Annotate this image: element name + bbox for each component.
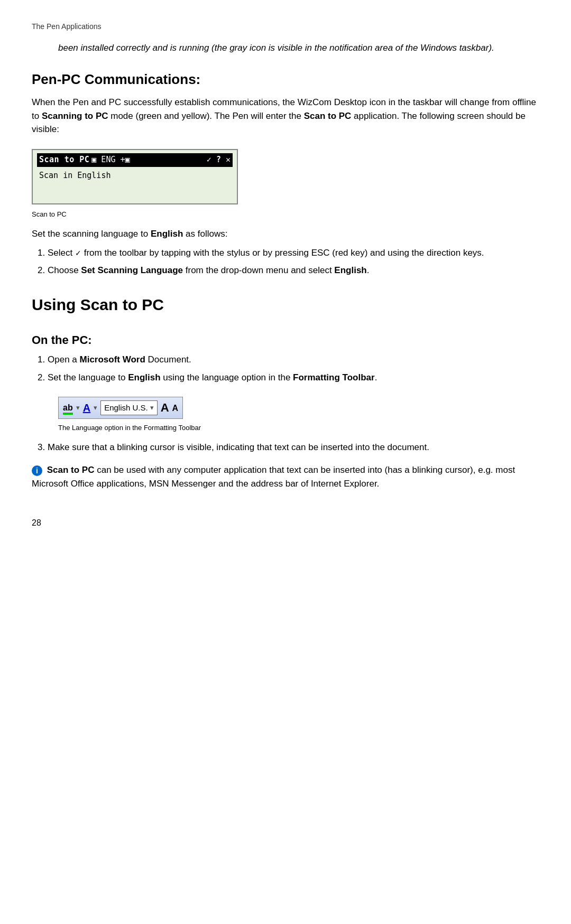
pen-screen: Scan to PC ▣ ENG +▣ ✓ ? ✕ Scan in Englis… — [32, 149, 238, 205]
toolbar-image-wrapper: ab ▾ A ▾ English U.S. ▾ A A The Language… — [58, 390, 539, 433]
step-1: Select ✓ from the toolbar by tapping wit… — [48, 246, 539, 260]
info-text: can be used with any computer applicatio… — [32, 465, 515, 489]
screen-title-rest: ▣ ENG +▣ — [91, 154, 130, 166]
pc-step2-bold2: Formatting Toolbar — [293, 372, 375, 382]
step-2: Choose Set Scanning Language from the dr… — [48, 264, 539, 277]
green-underline — [63, 413, 73, 415]
info-paragraph: i Scan to PC can be used with any comput… — [32, 463, 539, 490]
set-language-text: Set the scanning language to English as … — [32, 227, 539, 241]
step2-before: Choose — [48, 265, 81, 275]
pen-pc-body: When the Pen and PC successfully establi… — [32, 96, 539, 136]
pc-step1-after: Document. — [145, 354, 191, 365]
page-header: The Pen Applications — [32, 21, 539, 32]
pc-step-2: Set the language to English using the la… — [48, 371, 539, 385]
screen-caption: Scan to PC — [32, 210, 539, 220]
on-the-pc-step3-list: Make sure that a blinking cursor is visi… — [48, 441, 539, 454]
toolbar-ab-arrow: ▾ — [76, 403, 80, 413]
set-lang-bold: English — [151, 229, 183, 239]
toolbar-a-big: A — [161, 399, 169, 416]
pc-step2-before: Set the language to — [48, 372, 128, 382]
step2-bold: Set Scanning Language — [81, 265, 183, 275]
pc-step2-bold: English — [128, 372, 160, 382]
screen-body-text: Scan in English — [39, 171, 110, 180]
intro-italic: been installed correctly and is running … — [58, 41, 539, 55]
step2-after: from the drop-down menu and select — [183, 265, 334, 275]
formatting-toolbar: ab ▾ A ▾ English U.S. ▾ A A — [58, 397, 183, 419]
step1-before: Select — [48, 248, 75, 258]
pc-step2-after: using the language option in the — [161, 372, 293, 382]
using-scan-title: Using Scan to PC — [32, 293, 539, 316]
scanning-to-pc-bold: Scanning to PC — [42, 111, 108, 121]
toolbar-ab: ab — [63, 402, 73, 415]
toolbar-a-arrow: ▾ — [94, 403, 97, 413]
toolbar-caption: The Language option in the Formatting To… — [58, 423, 539, 433]
screen-title-bold: Scan to PC — [39, 154, 89, 166]
screen-title-icons: ✓ ? ✕ — [207, 154, 231, 166]
screen-image-container: Scan to PC ▣ ENG +▣ ✓ ? ✕ Scan in Englis… — [32, 149, 238, 205]
toolbar-a-small: A — [172, 402, 179, 414]
set-lang-before: Set the scanning language to — [32, 229, 151, 239]
pc-step-1: Open a Microsoft Word Document. — [48, 353, 539, 367]
header-text: The Pen Applications — [32, 22, 102, 31]
pc-step1-before: Open a — [48, 354, 80, 365]
dropdown-arrow: ▾ — [150, 403, 154, 413]
pc-step3-text: Make sure that a blinking cursor is visi… — [48, 442, 429, 452]
on-the-pc-steps: Open a Microsoft Word Document. Set the … — [48, 353, 539, 384]
check-icon: ✓ — [75, 248, 81, 259]
screen-titlebar: Scan to PC ▣ ENG +▣ ✓ ? ✕ — [37, 153, 233, 167]
step2-bold2: English — [334, 265, 366, 275]
body-text-2: mode (green and yellow). The Pen will en… — [108, 111, 304, 121]
scan-to-pc-bold: Scan to PC — [304, 111, 352, 121]
on-the-pc-title: On the PC: — [32, 332, 539, 349]
intro-text: been installed correctly and is running … — [58, 43, 494, 53]
pc-step2-end: . — [375, 372, 377, 382]
pc-step1-bold: Microsoft Word — [80, 354, 145, 365]
dropdown-text: English U.S. — [104, 402, 148, 414]
screen-body: Scan in English — [37, 169, 233, 183]
set-lang-rest: as follows: — [183, 229, 227, 239]
pen-pc-steps: Select ✓ from the toolbar by tapping wit… — [48, 246, 539, 277]
pc-step-3: Make sure that a blinking cursor is visi… — [48, 441, 539, 454]
toolbar-a-blue: A — [83, 400, 90, 416]
step1-after: from the toolbar by tapping with the sty… — [81, 248, 484, 258]
info-bold-start: Scan to PC — [47, 465, 95, 475]
pen-pc-title: Pen-PC Communications: — [32, 70, 539, 90]
info-icon: i — [32, 465, 42, 476]
step2-end: . — [367, 265, 370, 275]
page-number: 28 — [32, 517, 539, 529]
language-dropdown[interactable]: English U.S. ▾ — [100, 400, 158, 415]
